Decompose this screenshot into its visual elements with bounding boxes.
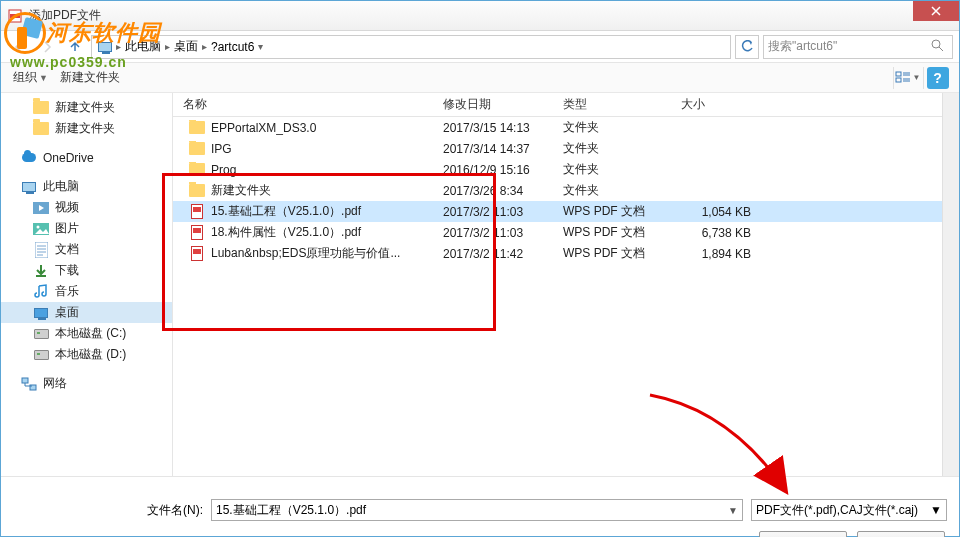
chevron-down-icon[interactable]: ▾: [256, 41, 265, 52]
scrollbar-vertical[interactable]: [942, 93, 959, 476]
organize-menu[interactable]: 组织 ▼: [9, 67, 52, 88]
pc-icon: [21, 179, 37, 195]
sidebar-item-download[interactable]: 下载: [1, 260, 172, 281]
search-input[interactable]: 搜索"artcut6": [763, 35, 953, 59]
column-size[interactable]: 大小: [671, 96, 771, 113]
file-size: 1,894 KB: [671, 247, 771, 261]
svg-point-2: [932, 40, 940, 48]
file-row[interactable]: EPPortalXM_DS3.02017/3/15 14:13文件夹: [173, 117, 959, 138]
chevron-down-icon[interactable]: ▼: [930, 503, 942, 517]
sidebar-item-doc[interactable]: 文档: [1, 239, 172, 260]
sidebar-item-image[interactable]: 图片: [1, 218, 172, 239]
sidebar-item-onedrive[interactable]: OneDrive: [1, 147, 172, 168]
nav-up-button[interactable]: [63, 35, 87, 59]
new-folder-button[interactable]: 新建文件夹: [56, 67, 124, 88]
sidebar-item-video[interactable]: 视频: [1, 197, 172, 218]
file-date: 2017/3/14 14:37: [433, 142, 553, 156]
chevron-down-icon[interactable]: ▼: [728, 505, 738, 516]
search-placeholder: 搜索"artcut6": [768, 38, 837, 55]
file-open-dialog: 添加PDF文件 ▸ 此电脑 ▸ 桌面 ▸ ?artcut6 ▾ 搜索": [0, 0, 960, 537]
sidebar-item-drive[interactable]: 本地磁盘 (C:): [1, 323, 172, 344]
breadcrumb-segment[interactable]: 桌面: [172, 38, 200, 55]
sidebar-item-folder[interactable]: 新建文件夹: [1, 118, 172, 139]
breadcrumb[interactable]: ▸ 此电脑 ▸ 桌面 ▸ ?artcut6 ▾: [91, 35, 731, 59]
refresh-button[interactable]: [735, 35, 759, 59]
doc-icon: [33, 242, 49, 258]
file-type: WPS PDF 文档: [553, 203, 671, 220]
download-icon: [33, 263, 49, 279]
file-row[interactable]: 15.基础工程（V25.1.0）.pdf2017/3/2 11:03WPS PD…: [173, 201, 959, 222]
sidebar-item-music[interactable]: 音乐: [1, 281, 172, 302]
file-type: WPS PDF 文档: [553, 224, 671, 241]
file-type: 文件夹: [553, 161, 671, 178]
dialog-bottom: 文件名(N): 15.基础工程（V25.1.0）.pdf ▼ PDF文件(*.p…: [1, 476, 959, 537]
breadcrumb-segment[interactable]: 此电脑: [123, 38, 163, 55]
column-type[interactable]: 类型: [553, 96, 671, 113]
image-icon: [33, 221, 49, 237]
file-date: 2016/12/9 15:16: [433, 163, 553, 177]
chevron-right-icon[interactable]: ▸: [114, 41, 123, 52]
svg-point-8: [37, 225, 40, 228]
network-icon: [21, 376, 37, 392]
breadcrumb-segment[interactable]: ?artcut6: [209, 40, 256, 54]
folder-icon: [189, 141, 205, 157]
file-type: WPS PDF 文档: [553, 245, 671, 262]
file-date: 2017/3/26 8:34: [433, 184, 553, 198]
window-title: 添加PDF文件: [29, 7, 101, 24]
search-icon: [931, 39, 944, 55]
svg-rect-4: [896, 78, 901, 82]
file-name: IPG: [211, 142, 232, 156]
column-headers[interactable]: 名称 修改日期 类型 大小: [173, 93, 959, 117]
file-row[interactable]: Prog2016/12/9 15:16文件夹: [173, 159, 959, 180]
folder-icon: [189, 183, 205, 199]
file-list-pane: 名称 修改日期 类型 大小 EPPortalXM_DS3.02017/3/15 …: [173, 93, 959, 476]
file-date: 2017/3/2 11:03: [433, 205, 553, 219]
filename-input[interactable]: 15.基础工程（V25.1.0）.pdf ▼: [211, 499, 743, 521]
sidebar-item-desktop[interactable]: 桌面: [1, 302, 172, 323]
svg-rect-3: [896, 72, 901, 76]
sidebar-item-folder[interactable]: 新建文件夹: [1, 97, 172, 118]
toolbar: 组织 ▼ 新建文件夹 ▼ ?: [1, 63, 959, 93]
drive-icon: [33, 326, 49, 342]
file-row[interactable]: Luban&nbsp;EDS原理功能与价值...2017/3/2 11:42WP…: [173, 243, 959, 264]
titlebar[interactable]: 添加PDF文件: [1, 1, 959, 31]
folder-icon: [33, 121, 49, 137]
music-icon: [33, 284, 49, 300]
column-date[interactable]: 修改日期: [433, 96, 553, 113]
file-type-filter[interactable]: PDF文件(*.pdf),CAJ文件(*.caj) ▼: [751, 499, 947, 521]
folder-icon: [33, 100, 49, 116]
chevron-down-icon: ▼: [39, 73, 48, 83]
column-name[interactable]: 名称: [173, 96, 433, 113]
drive-icon: [33, 347, 49, 363]
svg-rect-1: [10, 14, 20, 18]
pdf-icon: [189, 204, 205, 220]
file-date: 2017/3/15 14:13: [433, 121, 553, 135]
filename-label: 文件名(N):: [13, 502, 203, 519]
cancel-button[interactable]: 取消: [857, 531, 945, 537]
desktop-icon: [33, 305, 49, 321]
close-button[interactable]: [913, 1, 959, 21]
chevron-right-icon[interactable]: ▸: [200, 41, 209, 52]
file-name: EPPortalXM_DS3.0: [211, 121, 316, 135]
file-row[interactable]: IPG2017/3/14 14:37文件夹: [173, 138, 959, 159]
open-button[interactable]: 打开(O) ▼: [759, 531, 847, 537]
sidebar-item-network[interactable]: 网络: [1, 373, 172, 394]
file-row[interactable]: 18.构件属性（V25.1.0）.pdf2017/3/2 11:03WPS PD…: [173, 222, 959, 243]
chevron-right-icon[interactable]: ▸: [163, 41, 172, 52]
file-date: 2017/3/2 11:42: [433, 247, 553, 261]
file-size: 6,738 KB: [671, 226, 771, 240]
file-date: 2017/3/2 11:03: [433, 226, 553, 240]
sidebar-item-drive[interactable]: 本地磁盘 (D:): [1, 344, 172, 365]
nav-back-button: [7, 35, 31, 59]
file-name: 18.构件属性（V25.1.0）.pdf: [211, 224, 361, 241]
pc-icon: [96, 42, 114, 52]
help-button[interactable]: ?: [923, 67, 951, 89]
app-icon: [7, 8, 23, 24]
file-row[interactable]: 新建文件夹2017/3/26 8:34文件夹: [173, 180, 959, 201]
folder-icon: [189, 120, 205, 136]
sidebar-item-thispc[interactable]: 此电脑: [1, 176, 172, 197]
file-type: 文件夹: [553, 119, 671, 136]
view-options-button[interactable]: ▼: [893, 67, 921, 89]
navigation-sidebar: 新建文件夹新建文件夹 OneDrive 此电脑 视频图片文档下载音乐桌面本地磁盘…: [1, 93, 173, 476]
nav-forward-button: [35, 35, 59, 59]
